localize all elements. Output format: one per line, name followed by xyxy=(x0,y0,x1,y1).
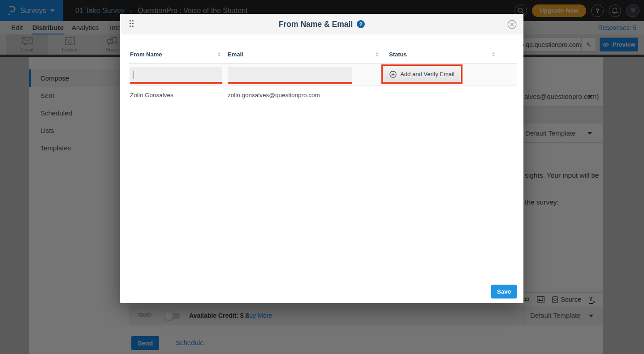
close-icon[interactable] xyxy=(507,20,517,29)
modal-help-icon[interactable]: ? xyxy=(357,20,365,28)
red-highlight-annotation: Add and Verify Email xyxy=(381,64,462,84)
column-status: Status xyxy=(389,45,407,64)
text-cursor xyxy=(134,71,134,79)
email-field-wrap xyxy=(228,67,352,84)
new-sender-row: Add and Verify Email xyxy=(129,64,517,86)
sort-icon[interactable] xyxy=(492,52,495,57)
from-name-field-wrap xyxy=(130,67,222,84)
sender-from-name: Zolin Gonsalves xyxy=(130,86,173,104)
modal-header: From Name & Email ? xyxy=(120,14,523,34)
column-email: Email xyxy=(228,45,243,64)
save-button[interactable]: Save xyxy=(491,285,517,299)
sort-icon[interactable] xyxy=(375,52,379,57)
app-screen: Surveys 01 Take Survey › QuestionPro : V… xyxy=(0,0,644,354)
add-and-verify-email-label: Add and Verify Email xyxy=(400,71,454,77)
modal-table-header: From Name Email Status xyxy=(129,45,517,64)
email-input[interactable] xyxy=(228,67,352,84)
sender-email: zolin.gonsalves@questionpro.com xyxy=(228,86,320,104)
sender-table-row: Zolin Gonsalves zolin.gonsalves@question… xyxy=(129,86,517,104)
modal-title: From Name & Email xyxy=(279,20,353,29)
modal-title-wrap: From Name & Email ? xyxy=(120,14,523,34)
column-from-name: From Name xyxy=(130,45,162,64)
from-name-email-modal: From Name & Email ? From Name Email Stat… xyxy=(120,14,523,303)
sort-icon[interactable] xyxy=(217,52,221,57)
plus-circle-icon xyxy=(389,71,397,78)
from-name-input[interactable] xyxy=(130,67,222,84)
add-and-verify-email-button[interactable]: Add and Verify Email xyxy=(384,67,460,81)
